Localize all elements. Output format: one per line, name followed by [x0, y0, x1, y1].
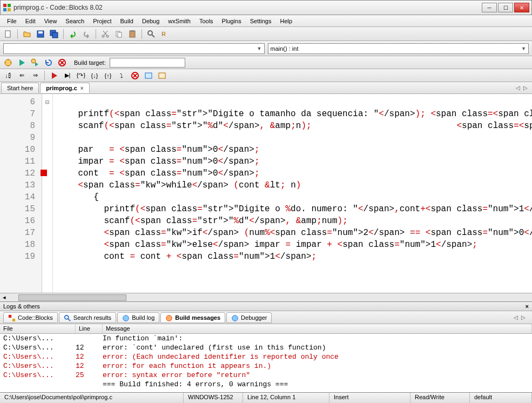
new-file-icon[interactable] [2, 28, 14, 40]
menu-plugins[interactable]: Plugins [218, 17, 245, 25]
close-button[interactable]: ✕ [514, 3, 529, 12]
step-over-icon[interactable]: {↷} [75, 70, 87, 82]
step-out-icon[interactable]: {↑} [102, 70, 114, 82]
step-into-icon[interactable]: {↓} [89, 70, 100, 82]
copy-icon[interactable] [113, 28, 125, 40]
abort-icon[interactable] [56, 57, 68, 69]
logs-header: Logs & others × [0, 301, 532, 311]
tab-close-icon[interactable]: × [80, 85, 84, 91]
replace-icon[interactable]: R [159, 28, 171, 40]
undo-icon[interactable] [67, 28, 79, 40]
extra-toolbar: ↓₿ ⇐ ⇒ ▶| {↷} {↓} {↑} ⤵ [0, 69, 532, 82]
log-tab[interactable]: Debugger [226, 312, 272, 323]
tab-icon [122, 314, 130, 321]
log-row[interactable]: C:\Users\...12error: `cont' undeclared (… [0, 343, 532, 352]
save-icon[interactable] [35, 28, 46, 40]
log-row[interactable]: C:\Users\...In function `main': [0, 334, 532, 343]
menu-debug[interactable]: Debug [138, 17, 163, 25]
svg-rect-3 [8, 8, 11, 11]
prev-bookmark-icon[interactable]: ⇐ [16, 70, 28, 82]
svg-rect-8 [52, 32, 58, 38]
menu-view[interactable]: View [41, 17, 61, 25]
editor-tab[interactable]: primprog.c× [40, 83, 89, 93]
log-row[interactable]: === Build finished: 4 errors, 0 warnings… [0, 380, 532, 389]
svg-point-27 [166, 315, 172, 321]
minimize-button[interactable]: ─ [482, 3, 497, 12]
editor-tab[interactable]: Start here [1, 83, 39, 93]
svg-point-26 [123, 315, 129, 321]
menu-help[interactable]: Help [276, 17, 296, 25]
col-line[interactable]: Line [76, 324, 103, 333]
line-gutter[interactable]: 678910111213141516171819 [0, 94, 42, 293]
tab-icon [64, 314, 71, 321]
debug-continue-icon[interactable] [48, 70, 60, 82]
status-encoding: WINDOWS-1252 [184, 393, 243, 403]
app-icon [3, 3, 11, 12]
log-body[interactable]: C:\Users\...In function `main':C:\Users\… [0, 334, 532, 392]
build-run-icon[interactable] [29, 57, 41, 69]
log-tab[interactable]: Build messages [160, 312, 225, 323]
code-editor[interactable]: 678910111213141516171819 ⊟ printf(<span … [0, 94, 532, 293]
main-toolbar: R [0, 27, 532, 41]
logtab-prev-icon[interactable]: ◁ [514, 314, 518, 320]
log-columns: File Line Message [0, 324, 532, 334]
paste-icon[interactable] [126, 28, 138, 40]
svg-point-15 [148, 31, 152, 35]
tab-next-icon[interactable]: ▷ [523, 85, 528, 91]
svg-rect-1 [8, 4, 11, 7]
save-all-icon[interactable] [48, 28, 60, 40]
menubar: FileEditViewSearchProjectBuildDebugwxSmi… [0, 15, 532, 27]
menu-settings[interactable]: Settings [246, 17, 275, 25]
log-row[interactable]: C:\Users\...25error: syntax error before… [0, 371, 532, 380]
menu-wxsmith[interactable]: wxSmith [164, 17, 194, 25]
log-row[interactable]: C:\Users\...12error: for each function i… [0, 361, 532, 371]
log-tabbar: Code::BlocksSearch resultsBuild logBuild… [0, 311, 532, 324]
stop-debug-icon[interactable] [129, 70, 141, 82]
debug-windows-icon[interactable] [143, 70, 154, 82]
close-logs-icon[interactable]: × [526, 303, 529, 310]
svg-rect-4 [5, 31, 10, 37]
editor-tabbar: Start hereprimprog.c×◁▷ [0, 82, 532, 94]
fold-column[interactable]: ⊟ [42, 94, 53, 293]
rebuild-icon[interactable] [43, 57, 55, 69]
scope-combo[interactable]: ▼ [3, 43, 265, 54]
log-tab[interactable]: Search results [59, 312, 116, 323]
run-icon[interactable] [16, 57, 28, 69]
chevron-down-icon: ▼ [257, 46, 262, 51]
logtab-next-icon[interactable]: ▷ [521, 314, 526, 320]
log-tab[interactable]: Build log [117, 312, 159, 323]
cut-icon[interactable] [99, 28, 111, 40]
build-target-combo[interactable] [110, 58, 185, 68]
menu-file[interactable]: File [3, 17, 21, 25]
svg-point-18 [31, 59, 36, 63]
next-bookmark-icon[interactable]: ⇒ [29, 70, 41, 82]
info-icon[interactable] [156, 70, 168, 82]
tab-prev-icon[interactable]: ◁ [516, 85, 520, 91]
run-to-cursor-icon[interactable]: ▶| [62, 70, 73, 82]
col-message[interactable]: Message [103, 324, 532, 333]
maximize-button[interactable]: ☐ [498, 3, 513, 12]
redo-icon[interactable] [80, 28, 92, 40]
build-icon[interactable] [2, 57, 14, 69]
col-file[interactable]: File [0, 324, 76, 333]
log-tab[interactable]: Code::Blocks [3, 312, 58, 323]
menu-tools[interactable]: Tools [196, 17, 217, 25]
menu-project[interactable]: Project [89, 17, 115, 25]
toggle-bookmark-icon[interactable]: ↓₿ [2, 70, 14, 82]
build-target-label: Build target: [74, 59, 106, 66]
open-icon[interactable] [21, 28, 33, 40]
h-scrollbar[interactable]: ◂ [0, 293, 532, 301]
svg-rect-21 [145, 73, 152, 78]
code-area[interactable]: printf(<span class="str">"Digite o taman… [53, 94, 532, 293]
function-combo[interactable]: main() : int▼ [268, 43, 529, 54]
log-row[interactable]: C:\Users\...12error: (Each undeclared id… [0, 352, 532, 361]
find-icon[interactable] [145, 28, 157, 40]
svg-rect-22 [159, 73, 165, 78]
menu-build[interactable]: Build [116, 17, 137, 25]
menu-search[interactable]: Search [62, 17, 88, 25]
tab-icon [8, 314, 16, 321]
menu-edit[interactable]: Edit [22, 17, 39, 25]
svg-rect-2 [3, 8, 6, 11]
statusbar: C:\Users\jose\Documents\poli\primprog.c … [0, 392, 532, 403]
step-instr-icon[interactable]: ⤵ [116, 70, 127, 82]
